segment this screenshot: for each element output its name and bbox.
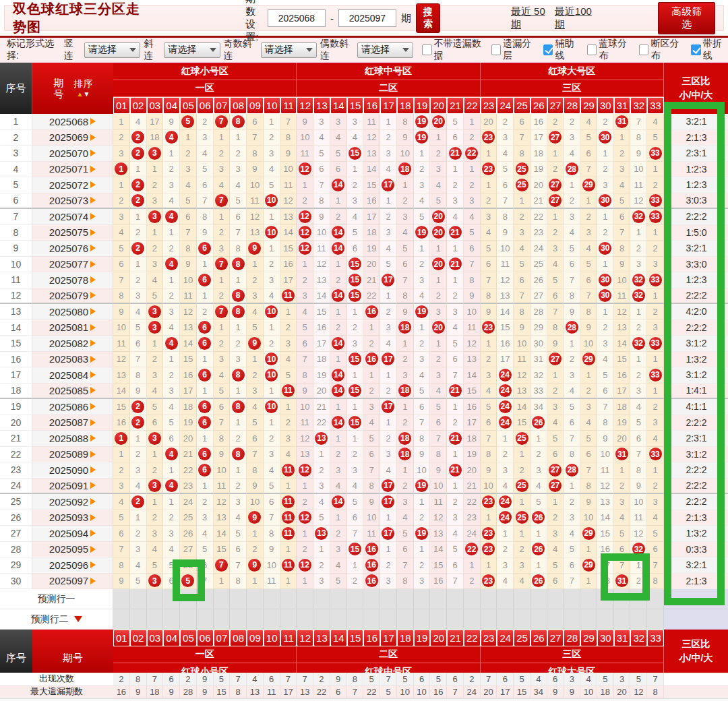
checkbox-icon[interactable]	[422, 44, 431, 55]
checkbox-option-5[interactable]: 带折线	[691, 38, 728, 62]
column-header-18[interactable]: 18	[397, 97, 414, 114]
column-header-07[interactable]: 07	[214, 630, 231, 646]
period-cell[interactable]: 2025082	[32, 336, 113, 352]
period-cell[interactable]: 2025097	[32, 574, 113, 590]
column-header-04[interactable]: 04	[163, 630, 180, 646]
column-header-02[interactable]: 02	[130, 630, 147, 646]
column-header-05[interactable]: 05	[180, 97, 197, 114]
column-header-03[interactable]: 03	[147, 630, 164, 646]
column-header-02[interactable]: 02	[130, 97, 147, 114]
column-header-31[interactable]: 31	[614, 97, 631, 114]
period-cell[interactable]: 2025092	[32, 494, 113, 510]
period-cell[interactable]: 2025077	[32, 257, 113, 273]
column-header-16[interactable]: 16	[363, 630, 380, 646]
sort-desc-icon[interactable]: ▼	[84, 90, 90, 98]
sort-asc-icon[interactable]: ▲	[77, 90, 84, 98]
period-cell[interactable]: 2025080	[32, 304, 113, 320]
column-header-28[interactable]: 28	[564, 630, 580, 646]
column-header-32[interactable]: 32	[630, 630, 647, 646]
recent-100-link[interactable]: 最近100期	[555, 5, 594, 31]
column-header-11[interactable]: 11	[280, 630, 297, 646]
column-header-18[interactable]: 18	[397, 630, 414, 646]
period-cell[interactable]: 2025069	[32, 130, 113, 146]
column-header-05[interactable]: 05	[180, 630, 197, 646]
period-cell[interactable]: 2025086	[32, 399, 113, 415]
column-header-24[interactable]: 24	[497, 97, 514, 114]
period-cell[interactable]: 2025076	[32, 241, 113, 257]
period-cell[interactable]: 2025083	[32, 352, 113, 368]
column-header-11[interactable]: 11	[280, 97, 297, 114]
column-header-17[interactable]: 17	[380, 97, 397, 114]
dropdown-2[interactable]: 请选择	[261, 42, 317, 58]
column-header-33[interactable]: 33	[647, 97, 664, 114]
column-header-09[interactable]: 09	[247, 630, 264, 646]
period-cell[interactable]: 2025084	[32, 367, 113, 384]
period-cell[interactable]: 2025073	[32, 193, 113, 210]
period-cell[interactable]: 2025085	[32, 384, 113, 400]
column-header-06[interactable]: 06	[197, 97, 214, 114]
column-header-01[interactable]: 01	[113, 630, 130, 646]
column-header-20[interactable]: 20	[430, 97, 447, 114]
dropdown-1[interactable]: 请选择	[164, 42, 220, 58]
period-cell[interactable]: 2025088	[32, 431, 113, 447]
period-cell[interactable]: 2025081	[32, 320, 113, 336]
period-cell[interactable]: 2025090	[32, 462, 113, 479]
column-header-10[interactable]: 10	[264, 97, 280, 114]
column-header-01[interactable]: 01	[113, 97, 130, 114]
column-header-33[interactable]: 33	[647, 630, 664, 646]
sort-control[interactable]: 排序 ▲▼	[74, 79, 93, 98]
period-cell[interactable]: 2025089	[32, 447, 113, 463]
period-cell[interactable]: 2025075	[32, 225, 113, 241]
dropdown-3[interactable]: 请选择	[357, 42, 413, 58]
period-cell[interactable]: 2025096	[32, 557, 113, 574]
checkbox-icon[interactable]	[587, 44, 597, 55]
period-cell[interactable]: 2025070	[32, 146, 113, 162]
period-cell[interactable]: 2025091	[32, 479, 113, 495]
column-header-22[interactable]: 22	[464, 630, 481, 646]
column-header-15[interactable]: 15	[347, 97, 364, 114]
column-header-30[interactable]: 30	[597, 630, 614, 646]
column-header-14[interactable]: 14	[330, 97, 347, 114]
period-cell[interactable]: 2025078	[32, 272, 113, 288]
column-header-09[interactable]: 09	[247, 97, 264, 114]
period-cell[interactable]: 2025068	[32, 114, 113, 130]
period-cell[interactable]: 2025079	[32, 288, 113, 305]
period-cell[interactable]: 2025071	[32, 162, 113, 178]
column-header-17[interactable]: 17	[380, 630, 397, 646]
dropdown-0[interactable]: 请选择	[84, 42, 140, 58]
column-header-16[interactable]: 16	[363, 97, 380, 114]
column-header-19[interactable]: 19	[414, 630, 431, 646]
column-header-27[interactable]: 27	[547, 97, 564, 114]
checkbox-option-0[interactable]: 不带遗漏数据	[422, 38, 484, 62]
advanced-filter-button[interactable]: 高级筛选	[658, 2, 715, 34]
column-header-32[interactable]: 32	[630, 97, 647, 114]
column-header-21[interactable]: 21	[447, 97, 464, 114]
checkbox-checked-icon[interactable]	[543, 44, 553, 55]
checkbox-option-4[interactable]: 断区分布	[639, 38, 684, 62]
period-to-input[interactable]	[338, 9, 396, 27]
column-header-15[interactable]: 15	[347, 630, 364, 646]
column-header-26[interactable]: 26	[530, 97, 547, 114]
column-header-12[interactable]: 12	[297, 630, 313, 646]
column-header-26[interactable]: 26	[530, 630, 547, 646]
column-header-25[interactable]: 25	[514, 630, 530, 646]
column-header-31[interactable]: 31	[614, 630, 631, 646]
column-header-20[interactable]: 20	[430, 630, 447, 646]
column-header-23[interactable]: 23	[481, 630, 497, 646]
column-header-13[interactable]: 13	[313, 630, 330, 646]
checkbox-icon[interactable]	[491, 44, 501, 55]
column-header-08[interactable]: 08	[230, 97, 247, 114]
period-cell[interactable]: 2025093	[32, 510, 113, 526]
column-header-28[interactable]: 28	[564, 97, 580, 114]
checkbox-icon[interactable]	[639, 44, 648, 55]
column-header-21[interactable]: 21	[447, 630, 464, 646]
column-header-12[interactable]: 12	[297, 97, 313, 114]
column-header-23[interactable]: 23	[481, 97, 497, 114]
column-header-07[interactable]: 07	[214, 97, 231, 114]
column-header-03[interactable]: 03	[147, 97, 164, 114]
column-header-29[interactable]: 29	[580, 97, 597, 114]
column-header-06[interactable]: 06	[197, 630, 214, 646]
column-header-25[interactable]: 25	[514, 97, 530, 114]
period-cell[interactable]: 2025095	[32, 542, 113, 558]
period-cell[interactable]: 2025072	[32, 177, 113, 193]
